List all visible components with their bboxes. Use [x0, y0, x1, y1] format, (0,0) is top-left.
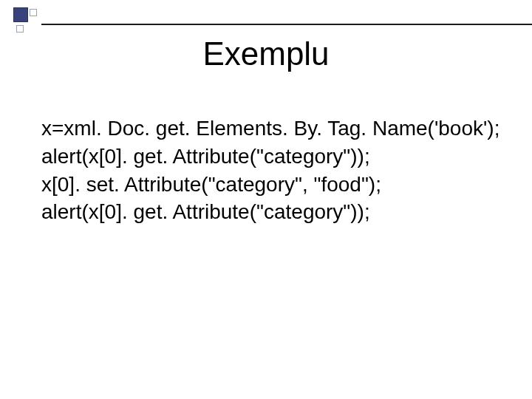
code-line: x=xml. Doc. get. Elements. By. Tag. Name…: [41, 115, 502, 143]
square-icon: [16, 25, 24, 33]
square-icon: [13, 7, 28, 22]
code-line: x[0]. set. Attribute("category", "food")…: [41, 171, 502, 199]
slide-body: x=xml. Doc. get. Elements. By. Tag. Name…: [41, 115, 502, 226]
slide-title: Exemplu: [0, 35, 532, 72]
square-icon: [30, 9, 37, 16]
horizontal-rule: [41, 24, 532, 25]
code-line: alert(x[0]. get. Attribute("category"));: [41, 198, 502, 226]
code-line: alert(x[0]. get. Attribute("category"));: [41, 143, 502, 171]
slide: Exemplu x=xml. Doc. get. Elements. By. T…: [0, 0, 532, 399]
